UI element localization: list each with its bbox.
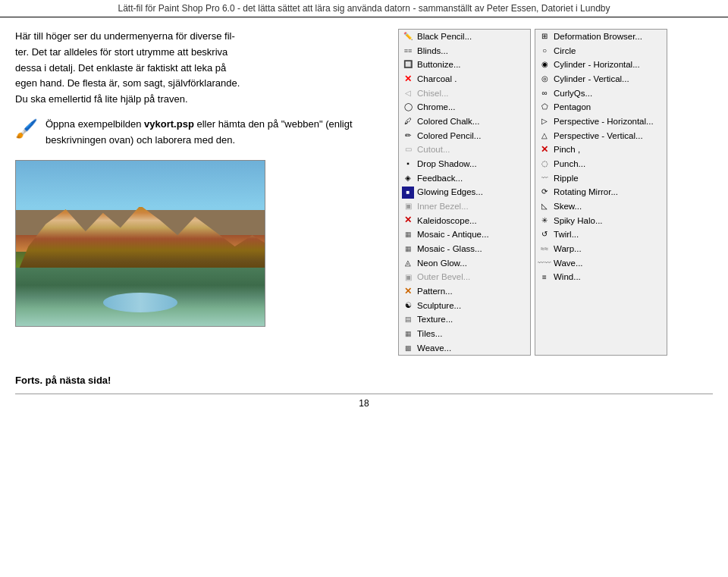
menu-item-blinds[interactable]: ≡≡ Blinds... bbox=[399, 44, 530, 58]
example-photo bbox=[15, 160, 265, 327]
mosaic-antique-icon: ▦ bbox=[402, 229, 414, 241]
intro-line3: dessa i detalj. Det enklaste är faktiskt… bbox=[15, 62, 226, 74]
menu-item-black-pencil[interactable]: ✏️ Black Pencil... bbox=[399, 30, 530, 44]
menu-item-pentagon[interactable]: ⬠ Pentagon bbox=[535, 100, 667, 114]
menu-item-cylinder-vertical[interactable]: ◎ Cylinder - Vertical... bbox=[535, 72, 667, 86]
menu-item-glowing-edges[interactable]: ■ Glowing Edges... bbox=[399, 185, 530, 199]
pinch-icon: ✕ bbox=[538, 144, 551, 156]
footer-text: Forts. på nästa sida! bbox=[0, 367, 728, 394]
menu-item-pattern[interactable]: ✕ Pattern... bbox=[399, 284, 530, 299]
menu-item-mosaic-antique[interactable]: ▦ Mosaic - Antique... bbox=[399, 227, 530, 242]
menu-item-texture[interactable]: ▤ Texture... bbox=[399, 312, 530, 327]
inner-bezel-icon: ▣ bbox=[402, 200, 414, 212]
wind-icon: ≡ bbox=[538, 271, 551, 284]
deformation-browser-icon: ⊞ bbox=[538, 30, 551, 42]
menu-item-deformation-browser[interactable]: ⊞ Deformation Browser... bbox=[535, 30, 667, 44]
menu-item-kaleidoscope[interactable]: ✕ Kaleidoscope... bbox=[399, 214, 530, 228]
colored-pencil-icon: ✏ bbox=[402, 130, 414, 142]
left-panel: Här till höger ser du undermenyerna för … bbox=[15, 29, 387, 356]
outer-bevel-icon: ▣ bbox=[402, 271, 414, 284]
feedback-icon: ◈ bbox=[402, 172, 414, 184]
menu-item-punch[interactable]: ◌ Punch... bbox=[535, 157, 667, 171]
pentagon-icon: ⬠ bbox=[538, 102, 551, 114]
menu-item-chrome[interactable]: ◯ Chrome... bbox=[399, 100, 530, 114]
twirl-icon: ↺ bbox=[538, 229, 551, 241]
menu-item-twirl[interactable]: ↺ Twirl... bbox=[535, 227, 667, 242]
menu-item-colored-pencil[interactable]: ✏ Colored Pencil... bbox=[399, 129, 530, 143]
drop-shadow-icon: ▪ bbox=[402, 158, 414, 170]
colored-chalk-icon: 🖊 bbox=[402, 115, 414, 127]
circle-icon: ○ bbox=[538, 45, 551, 57]
menu-item-circle[interactable]: ○ Circle bbox=[535, 44, 667, 58]
open-section: 🖌️ Öppna exempelbilden vykort.psp eller … bbox=[15, 117, 387, 149]
menu-item-weave[interactable]: ▩ Weave... bbox=[399, 341, 530, 356]
menu-item-charcoal[interactable]: ✕ Charcoal . bbox=[399, 72, 530, 86]
menu-item-neon-glow[interactable]: ◬ Neon Glow... bbox=[399, 256, 530, 271]
header-title: Lätt-fil för Paint Shop Pro 6.0 - det lä… bbox=[118, 3, 610, 14]
texture-icon: ▤ bbox=[402, 314, 414, 326]
warp-icon: ≈≈ bbox=[538, 243, 551, 255]
page-header: Lätt-fil för Paint Shop Pro 6.0 - det lä… bbox=[0, 0, 728, 17]
menu-item-perspective-horizontal[interactable]: ▷ Perspective - Horizontal... bbox=[535, 114, 667, 129]
menu-item-outer-bevel[interactable]: ▣ Outer Bevel... bbox=[399, 270, 530, 284]
mosaic-glass-icon: ▦ bbox=[402, 243, 414, 255]
glowing-edges-icon: ■ bbox=[402, 187, 414, 199]
menu-item-spiky-halo[interactable]: ✳ Spiky Halo... bbox=[535, 214, 667, 228]
skew-icon: ◺ bbox=[538, 200, 551, 212]
menu-item-pinch[interactable]: ✕ Pinch , bbox=[535, 143, 667, 157]
open-text: Öppna exempelbilden vykort.psp eller häm… bbox=[46, 117, 387, 149]
menu-item-feedback[interactable]: ◈ Feedback... bbox=[399, 171, 530, 186]
menu-item-wind[interactable]: ≡ Wind... bbox=[535, 270, 667, 284]
chrome-icon: ◯ bbox=[402, 102, 414, 114]
cutout-icon: ▭ bbox=[402, 144, 414, 156]
wave-icon: 〰〰 bbox=[538, 257, 551, 269]
menu-item-drop-shadow[interactable]: ▪ Drop Shadow... bbox=[399, 157, 530, 171]
page-number-area: 18 bbox=[15, 394, 713, 409]
menu-item-mosaic-glass[interactable]: ▦ Mosaic - Glass... bbox=[399, 242, 530, 256]
menu-item-skew[interactable]: ◺ Skew... bbox=[535, 199, 667, 214]
chisel-icon: ◁ bbox=[402, 87, 414, 99]
open-text-before: Öppna exempelbilden bbox=[46, 118, 144, 130]
intro-line1: Här till höger ser du undermenyerna för … bbox=[15, 30, 235, 42]
black-pencil-icon: ✏️ bbox=[402, 30, 414, 42]
kaleidoscope-icon: ✕ bbox=[402, 215, 414, 227]
intro-line4: egen hand. De flesta är, som sagt, själv… bbox=[15, 77, 240, 89]
cylinder-vertical-icon: ◎ bbox=[538, 73, 551, 85]
menu-item-wave[interactable]: 〰〰 Wave... bbox=[535, 256, 667, 271]
weave-icon: ▩ bbox=[402, 342, 414, 354]
filename-label: vykort.psp bbox=[144, 118, 194, 130]
menu-item-perspective-vertical[interactable]: △ Perspective - Vertical... bbox=[535, 129, 667, 143]
menu-item-warp[interactable]: ≈≈ Warp... bbox=[535, 242, 667, 256]
main-content: Här till höger ser du undermenyerna för … bbox=[0, 17, 728, 367]
rotating-mirror-icon: ⟳ bbox=[538, 187, 551, 199]
intro-line2: ter. Det tar alldeles för stort utrymme … bbox=[15, 46, 228, 58]
menu-item-tiles[interactable]: ▦ Tiles... bbox=[399, 327, 530, 341]
buttonize-icon: 🔲 bbox=[402, 59, 414, 71]
sculpture-icon: ☯ bbox=[402, 299, 414, 312]
menus-panel: ✏️ Black Pencil... ≡≡ Blinds... 🔲 Button… bbox=[398, 29, 713, 356]
intro-line5: Du ska emellertid få lite hjälp på trave… bbox=[15, 93, 188, 105]
menu-item-ripple[interactable]: 〰 Ripple bbox=[535, 171, 667, 186]
paint-brush-icon: 🖌️ bbox=[15, 118, 38, 140]
charcoal-icon: ✕ bbox=[402, 73, 414, 85]
curlyqs-icon: ∞ bbox=[538, 87, 551, 99]
perspective-vertical-icon: △ bbox=[538, 130, 551, 142]
menu-item-sculpture[interactable]: ☯ Sculpture... bbox=[399, 299, 530, 313]
ripple-icon: 〰 bbox=[538, 172, 551, 184]
menu-item-chisel[interactable]: ◁ Chisel... bbox=[399, 86, 530, 101]
blinds-icon: ≡≡ bbox=[402, 45, 414, 57]
intro-text: Här till höger ser du undermenyerna för … bbox=[15, 29, 387, 108]
menu-item-curlyqs[interactable]: ∞ CurlyQs... bbox=[535, 86, 667, 101]
menu-item-colored-chalk[interactable]: 🖊 Colored Chalk... bbox=[399, 114, 530, 129]
menu-item-cutout[interactable]: ▭ Cutout... bbox=[399, 143, 530, 157]
menu-item-buttonize[interactable]: 🔲 Buttonize... bbox=[399, 58, 530, 72]
menu-item-rotating-mirror[interactable]: ⟳ Rotating Mirror... bbox=[535, 185, 667, 199]
tiles-icon: ▦ bbox=[402, 328, 414, 340]
menu-item-cylinder-horizontal[interactable]: ◉ Cylinder - Horizontal... bbox=[535, 58, 667, 72]
spiky-halo-icon: ✳ bbox=[538, 215, 551, 227]
pattern-icon: ✕ bbox=[402, 285, 414, 297]
menu-item-inner-bezel[interactable]: ▣ Inner Bezel... bbox=[399, 199, 530, 214]
page-number: 18 bbox=[359, 398, 369, 409]
deformation-menu: ⊞ Deformation Browser... ○ Circle ◉ Cyli… bbox=[535, 29, 667, 356]
effects-menu: ✏️ Black Pencil... ≡≡ Blinds... 🔲 Button… bbox=[398, 29, 531, 356]
